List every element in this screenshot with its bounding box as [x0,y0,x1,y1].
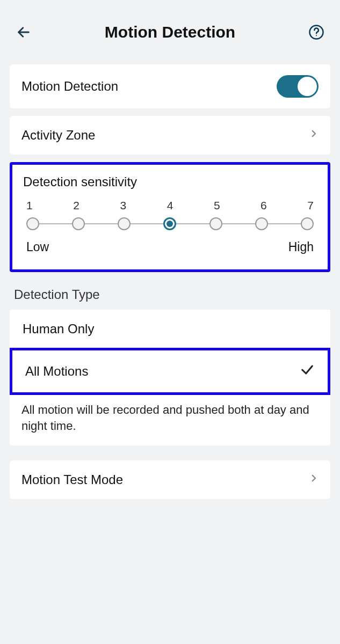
activity-zone-label: Activity Zone [21,128,95,143]
sensitivity-tick-label: 4 [167,199,173,212]
sensitivity-tick-labels: 1234567 [26,199,314,212]
settings-screen: Motion Detection Motion Detection Activi… [0,0,340,644]
sensitivity-tick-label: 1 [26,199,33,212]
sensitivity-tick-6[interactable] [255,217,268,230]
detection-type-option-label: Human Only [23,321,94,336]
detection-type-card: Human OnlyAll Motions All motion will be… [10,310,330,445]
sensitivity-tick-label: 2 [73,199,79,212]
detection-type-section-label: Detection Type [14,287,326,302]
detection-type-option[interactable]: Human Only [10,310,330,348]
sensitivity-tick-3[interactable] [118,217,131,230]
sensitivity-track [26,215,314,232]
sensitivity-high-label: High [288,240,314,254]
chevron-right-icon [309,127,319,144]
sensitivity-tick-label: 5 [214,199,220,212]
sensitivity-tick-label: 7 [307,199,314,212]
back-button[interactable] [12,20,35,44]
help-circle-icon [308,24,324,40]
help-button[interactable] [305,20,328,44]
detection-type-option-label: All Motions [25,364,88,379]
sensitivity-low-label: Low [26,240,49,254]
sensitivity-slider[interactable]: 1234567 Low High [23,196,317,254]
detection-sensitivity-card: Detection sensitivity 1234567 Low High [10,162,330,272]
activity-zone-row[interactable]: Activity Zone [10,116,330,155]
detection-type-option[interactable]: All Motions [10,348,330,395]
detection-sensitivity-title: Detection sensitivity [23,174,317,189]
sensitivity-tick-label: 3 [120,199,126,212]
sensitivity-tick-5[interactable] [209,217,222,230]
page-title: Motion Detection [35,23,305,41]
toggle-knob [298,77,317,96]
motion-test-mode-row[interactable]: Motion Test Mode [10,460,330,499]
detection-type-description: All motion will be recorded and pushed b… [10,394,330,445]
sensitivity-tick-4[interactable] [163,217,176,230]
sensitivity-tick-2[interactable] [72,217,85,230]
back-arrow-icon [16,25,31,40]
sensitivity-tick-label: 6 [261,199,267,212]
sensitivity-tick-7[interactable] [301,217,314,230]
svg-point-2 [316,35,317,36]
sensitivity-tick-1[interactable] [26,217,39,230]
motion-detection-toggle-row: Motion Detection [10,64,330,108]
checkmark-icon [300,362,315,380]
motion-detection-toggle[interactable] [277,75,319,98]
header: Motion Detection [10,0,330,64]
motion-test-mode-label: Motion Test Mode [21,472,123,487]
motion-detection-label: Motion Detection [21,79,118,94]
chevron-right-icon [309,471,319,488]
